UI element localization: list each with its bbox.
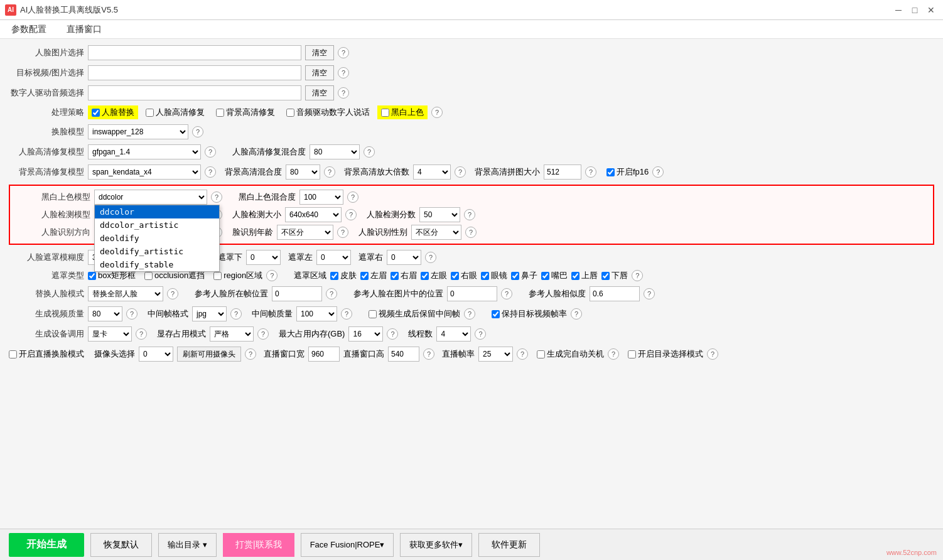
mask-region-mouth[interactable]: 嘴巴: [541, 270, 568, 281]
face-restore-select[interactable]: gfpgan_1.4: [88, 144, 201, 159]
vram-mode-select[interactable]: 严格: [210, 326, 254, 342]
maximize-button[interactable]: □: [908, 3, 922, 17]
threads-help[interactable]: ?: [475, 328, 486, 340]
target-video-clear[interactable]: 清空: [305, 65, 334, 80]
mask-region-ul[interactable]: 上唇: [571, 270, 598, 281]
frame-quality-help[interactable]: ?: [341, 308, 352, 320]
mask-region-help[interactable]: ?: [632, 270, 643, 281]
audio-clear[interactable]: 清空: [305, 85, 334, 100]
vram-mode-help[interactable]: ?: [257, 328, 269, 340]
frame-quality-select[interactable]: 100: [296, 306, 337, 321]
refresh-camera-btn[interactable]: 刷新可用摄像头: [177, 347, 241, 362]
ref-sim-input[interactable]: [590, 286, 640, 301]
close-button[interactable]: ✕: [924, 3, 938, 17]
strategy-colorize[interactable]: 黑白上色: [377, 105, 428, 119]
mask-right-help[interactable]: ?: [425, 252, 436, 263]
live-height-input[interactable]: [388, 347, 419, 362]
keep-frame-help[interactable]: ?: [464, 308, 475, 320]
mask-type-box-check[interactable]: [88, 272, 96, 280]
update-button[interactable]: 软件更新: [478, 533, 540, 557]
frame-format-help[interactable]: ?: [230, 308, 242, 320]
video-quality-select[interactable]: 80: [88, 306, 122, 321]
live-width-input[interactable]: [308, 347, 340, 362]
strategy-face-swap-check[interactable]: [92, 109, 100, 117]
start-button[interactable]: 开始生成: [9, 533, 84, 557]
keep-fps-check[interactable]: [492, 310, 500, 318]
fp16-check[interactable]: [606, 168, 615, 176]
output-dir-button[interactable]: 输出目录 ▾: [158, 533, 217, 557]
live-fps-select[interactable]: 25: [478, 347, 513, 362]
mask-region-rb[interactable]: 右眉: [391, 270, 417, 281]
face-image-clear[interactable]: 清空: [305, 45, 334, 60]
audio-help[interactable]: ?: [338, 87, 349, 99]
face-image-input[interactable]: [88, 45, 301, 60]
mask-type-occlusion-check[interactable]: [144, 272, 153, 280]
dropdown-option-ddcolor[interactable]: ddcolor: [95, 205, 219, 218]
strategy-audio-drive-check[interactable]: [286, 109, 294, 117]
face-detect-size-help[interactable]: ?: [345, 209, 357, 220]
dropdown-option-ddcolor-artistic[interactable]: ddcolor_artistic: [95, 218, 219, 232]
target-video-input[interactable]: [88, 65, 301, 80]
face-restore-blend-select[interactable]: 80: [310, 144, 360, 159]
dropdown-option-deoldify[interactable]: deoldify: [95, 232, 219, 245]
mask-region-lb[interactable]: 左眉: [360, 270, 387, 281]
bg-blend-help[interactable]: ?: [324, 166, 335, 178]
swap-model-help[interactable]: ?: [192, 126, 203, 137]
ref-sim-help[interactable]: ?: [644, 288, 655, 299]
mask-region-le[interactable]: 左眼: [421, 270, 447, 281]
reset-button[interactable]: 恢复默认: [90, 533, 152, 557]
dir-mode-check[interactable]: [628, 350, 636, 358]
mask-region-nose[interactable]: 鼻子: [511, 270, 537, 281]
live-swap-check[interactable]: [9, 350, 17, 358]
more-software-button[interactable]: 获取更多软件▾: [400, 533, 472, 557]
target-video-help[interactable]: ?: [338, 67, 349, 78]
strategy-help[interactable]: ?: [431, 107, 443, 118]
bg-tile-input[interactable]: [544, 164, 581, 180]
mask-right-select[interactable]: 0: [387, 250, 421, 265]
keep-fps-help[interactable]: ?: [571, 308, 582, 320]
bg-tile-help[interactable]: ?: [585, 166, 596, 178]
camera-help[interactable]: ?: [245, 348, 256, 360]
video-quality-help[interactable]: ?: [126, 308, 137, 320]
mask-region-glass[interactable]: 眼镜: [481, 270, 507, 281]
face-fusion-button[interactable]: Face Fusion|ROPE▾: [301, 533, 394, 557]
mask-left-select[interactable]: 0: [316, 250, 351, 265]
face-image-help[interactable]: ?: [338, 47, 349, 58]
swap-mode-select[interactable]: 替换全部人脸: [88, 286, 163, 301]
mask-type-region[interactable]: region区域: [213, 270, 262, 281]
color-blend-select[interactable]: 100: [299, 190, 343, 205]
device-select[interactable]: 显卡: [88, 326, 132, 342]
mask-region-skin[interactable]: 皮肤: [330, 270, 357, 281]
threads-select[interactable]: 4: [436, 326, 471, 342]
dropdown-option-deoldify-artistic[interactable]: deoldify_artistic: [95, 245, 219, 258]
mask-bottom-select[interactable]: 0: [246, 250, 281, 265]
menu-params[interactable]: 参数配置: [8, 21, 50, 38]
ref-pos-help[interactable]: ?: [326, 288, 337, 299]
keep-frame-label[interactable]: 视频生成后保留中间帧: [369, 308, 460, 320]
camera-select[interactable]: 0: [139, 347, 173, 362]
dropdown-option-deoldify-stable[interactable]: deoldify_stable: [95, 258, 219, 271]
max-mem-select[interactable]: 16: [348, 326, 383, 342]
face-gender-help[interactable]: ?: [465, 227, 477, 238]
donate-button[interactable]: 打赏|联系我: [223, 533, 294, 557]
strategy-colorize-check[interactable]: [381, 109, 389, 117]
face-age-select[interactable]: 不区分: [277, 225, 333, 240]
mask-region-re[interactable]: 右眼: [451, 270, 477, 281]
minimize-button[interactable]: ─: [892, 3, 905, 17]
max-mem-help[interactable]: ?: [387, 328, 398, 340]
mask-type-region-check[interactable]: [213, 272, 222, 280]
strategy-face-restore-check[interactable]: [146, 109, 154, 117]
bg-blend-select[interactable]: 80: [286, 164, 320, 180]
color-blend-help[interactable]: ?: [347, 191, 358, 203]
bg-scale-select[interactable]: 4: [413, 164, 451, 180]
swap-mode-help[interactable]: ?: [167, 288, 178, 299]
live-swap-label[interactable]: 开启直播换脸模式: [9, 348, 84, 360]
live-fps-help[interactable]: ?: [517, 348, 528, 360]
strategy-face-restore[interactable]: 人脸高清修复: [142, 105, 208, 119]
swap-model-select[interactable]: inswapper_128: [88, 124, 188, 139]
color-model-select[interactable]: ddcolor ddcolor_artistic deoldify deoldi…: [94, 190, 207, 205]
face-score-help[interactable]: ?: [464, 209, 475, 220]
keep-frame-check[interactable]: [369, 310, 377, 318]
mask-region-ll[interactable]: 下唇: [601, 270, 628, 281]
strategy-bg-restore-check[interactable]: [216, 109, 224, 117]
